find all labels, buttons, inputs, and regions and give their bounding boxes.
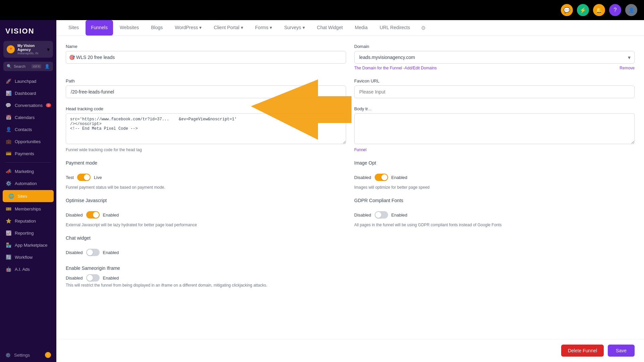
form-row-path-favicon: Path Favicon URL <box>66 78 635 98</box>
help-icon[interactable]: ? <box>609 4 621 16</box>
name-input-wrapper: 🎯 <box>66 51 346 64</box>
payment-mode-toggle[interactable] <box>77 174 91 181</box>
chat-widget-enabled: Enabled <box>103 250 119 255</box>
tab-settings-gear-icon[interactable]: ⚙ <box>420 23 427 33</box>
notification-icon[interactable]: 🔔 <box>593 4 605 16</box>
top-bar-icons: 💬 ⚡ 🔔 ? 👤 <box>561 4 637 16</box>
sidebar-item-launchpad[interactable]: 🚀 Launchpad <box>0 75 56 87</box>
sameorigin-toggle[interactable] <box>86 274 100 282</box>
body-tracking-note: Funnel <box>354 147 635 152</box>
sidebar-item-ai-ads[interactable]: 🤖 A.I. Ads <box>0 263 56 275</box>
sidebar-item-label: Opportunities <box>15 139 41 144</box>
target-icon: 🎯 <box>69 55 75 60</box>
tab-websites[interactable]: Websites <box>114 20 144 36</box>
settings-label: Settings <box>14 353 30 358</box>
memberships-icon: 🎫 <box>5 206 11 212</box>
sidebar-item-label: Contacts <box>15 127 32 132</box>
body-tracking-group: Body tr... Funnel <box>354 106 635 152</box>
agency-switcher[interactable]: 📍 My Vision Agency Indianapolis, IN ▾ <box>3 41 53 58</box>
save-button[interactable]: Save <box>608 345 635 357</box>
tab-surveys[interactable]: Surveys ▾ <box>279 20 310 36</box>
toggle-knob <box>87 249 93 255</box>
body-tracking-funnel-link[interactable]: Funnel <box>354 147 367 152</box>
domain-select[interactable]: leads.myvisionagency.com <box>354 51 635 64</box>
calendars-icon: 📅 <box>5 115 11 120</box>
head-tracking-textarea[interactable]: src='https://www.facebook.com/tr?id=37..… <box>66 113 346 144</box>
sidebar-item-memberships[interactable]: 🎫 Memberships <box>0 203 56 215</box>
sidebar-item-dashboard[interactable]: 📊 Dashboard <box>0 87 56 99</box>
conversations-icon: 💬 <box>5 103 11 108</box>
sameorigin-note: This will restrict the funnel from being… <box>66 283 635 288</box>
favicon-label: Favicon URL <box>354 78 635 83</box>
agency-sub: Indianapolis, IN <box>17 52 44 55</box>
optimise-js-title: Optimise Javascript <box>66 198 346 203</box>
sidebar-item-workflow[interactable]: 🔄 Workflow <box>0 251 56 263</box>
delete-funnel-button[interactable]: Delete Funnel <box>561 345 604 357</box>
sidebar-divider <box>5 162 51 163</box>
sidebar-item-sites[interactable]: 🌐 Sites <box>3 190 54 202</box>
agency-name: My Vision Agency <box>17 44 44 52</box>
tab-media[interactable]: Media <box>350 20 373 36</box>
sidebar-search[interactable]: 🔍 Search ctrl K 👤 <box>3 62 53 71</box>
sidebar-nav: 🚀 Launchpad 📊 Dashboard 💬 Conversations … <box>0 75 56 348</box>
tab-chat-widget[interactable]: Chat Widget <box>312 20 348 36</box>
sidebar-item-app-marketplace[interactable]: 🏪 App Marketplace <box>0 239 56 251</box>
path-input[interactable] <box>66 85 346 98</box>
tab-sites[interactable]: Sites <box>63 20 84 36</box>
tab-client-portal[interactable]: Client Portal ▾ <box>208 20 248 36</box>
sameorigin-disabled: Disabled <box>66 276 83 281</box>
head-tracking-label: Head tracking code <box>66 106 346 111</box>
tab-funnels[interactable]: Funnels <box>86 20 113 36</box>
search-kbd: ctrl K <box>32 64 41 68</box>
sidebar-item-marketing[interactable]: 📣 Marketing <box>0 165 56 177</box>
sidebar-item-reporting[interactable]: 📈 Reporting <box>0 227 56 239</box>
sidebar-item-opportunities[interactable]: 💼 Opportunities <box>0 135 56 147</box>
name-input[interactable] <box>66 51 346 64</box>
sidebar-item-contacts[interactable]: 👤 Contacts <box>0 123 56 135</box>
sidebar: VISION 📍 My Vision Agency Indianapolis, … <box>0 20 56 362</box>
sidebar-item-payments[interactable]: 💳 Payments <box>0 147 56 160</box>
user-icon[interactable]: 👤 <box>45 64 50 69</box>
form-row-payment-image: Payment mode Test Live Funnel payment st… <box>66 160 635 190</box>
settings-badge: ! <box>45 352 51 358</box>
sidebar-item-calendars[interactable]: 📅 Calendars <box>0 111 56 123</box>
sidebar-item-label: App Marketplace <box>15 243 48 248</box>
payment-mode-toggle-row: Test Live <box>66 174 346 181</box>
chat-support-icon[interactable]: 💬 <box>561 4 573 16</box>
tab-wordpress[interactable]: WordPress ▾ <box>169 20 207 36</box>
payment-mode-title: Payment mode <box>66 160 346 166</box>
reputation-icon: ⭐ <box>5 218 11 224</box>
sidebar-item-automation[interactable]: ⚙️ Automation <box>0 177 56 189</box>
domain-remove-link[interactable]: Remove <box>620 66 635 70</box>
lightning-icon[interactable]: ⚡ <box>577 4 589 16</box>
sidebar-item-label: Reporting <box>15 231 34 236</box>
gdpr-toggle-row: Disabled Enabled <box>354 211 635 219</box>
sameorigin-toggle-row: Disabled Enabled <box>66 274 635 282</box>
optimise-js-toggle[interactable] <box>86 211 100 219</box>
favicon-input[interactable] <box>354 85 635 98</box>
sidebar-item-reputation[interactable]: ⭐ Reputation <box>0 215 56 227</box>
user-avatar[interactable]: 👤 <box>625 4 637 16</box>
sidebar-item-label: Memberships <box>15 206 41 212</box>
sidebar-item-label: A.I. Ads <box>15 267 30 272</box>
gdpr-toggle[interactable] <box>375 211 388 219</box>
payment-mode-group: Payment mode Test Live Funnel payment st… <box>66 160 346 190</box>
domain-hint: The Domain for the Funnel -Add/Edit Doma… <box>354 66 635 70</box>
tab-forms[interactable]: Forms ▾ <box>250 20 278 36</box>
tab-url-redirects[interactable]: URL Redirects <box>374 20 416 36</box>
chat-widget-title: Chat widget <box>66 235 346 241</box>
sidebar-item-label: Calendars <box>15 115 35 120</box>
image-opt-note: Images will optimize for better page spe… <box>354 185 635 190</box>
tab-blogs[interactable]: Blogs <box>146 20 168 36</box>
optimise-js-group: Optimise Javascript Disabled Enabled Ext… <box>66 198 346 227</box>
sidebar-settings[interactable]: ⚙️ Settings ! <box>0 348 56 362</box>
image-opt-toggle[interactable] <box>375 174 388 181</box>
path-label: Path <box>66 78 346 83</box>
sidebar-item-conversations[interactable]: 💬 Conversations 0 <box>0 99 56 111</box>
sameorigin-group <box>354 235 635 257</box>
page-content: Name 🎯 Domain leads.myvisionagency.com ▾ <box>56 36 644 339</box>
chat-widget-toggle[interactable] <box>86 249 100 256</box>
sites-icon: 🌐 <box>8 193 14 199</box>
body-tracking-label: Body tr... <box>354 106 635 111</box>
body-tracking-textarea[interactable] <box>354 113 635 144</box>
